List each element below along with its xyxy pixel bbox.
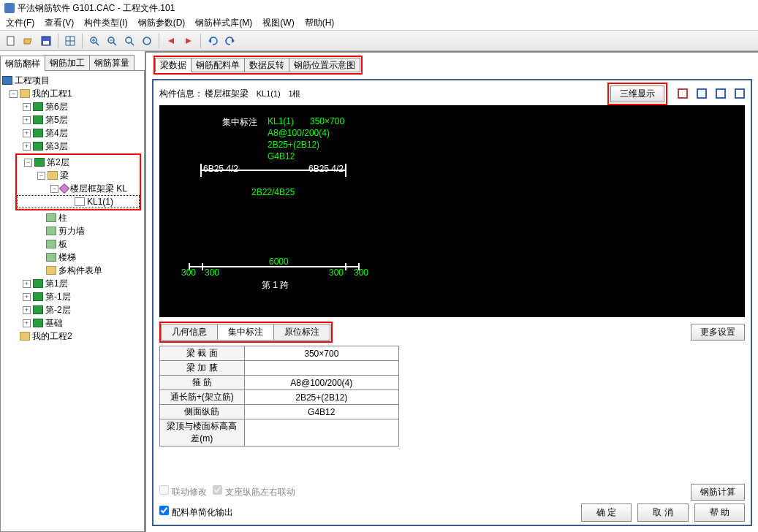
rebar-calc-button[interactable]: 钢筋计算 <box>691 484 745 501</box>
redo-icon[interactable] <box>222 33 238 49</box>
table-row: 箍 筋A8@100/200(4) <box>160 376 399 390</box>
save-icon[interactable] <box>38 33 54 49</box>
menu-file[interactable]: 文件(F) <box>6 17 34 29</box>
ok-button[interactable]: 确 定 <box>581 503 632 522</box>
toolbar <box>0 31 758 51</box>
tab-rebar-list[interactable]: 钢筋配料单 <box>191 58 245 72</box>
tree-project2[interactable]: 我的工程2 <box>2 330 143 343</box>
tree-foundation[interactable]: +基础 <box>2 316 143 330</box>
label-bottom-rebar: 2B22/4B25 <box>251 187 295 197</box>
svg-rect-2 <box>43 41 49 45</box>
chk-simple-output[interactable]: 配料单简化输出 <box>159 506 233 519</box>
table-row: 梁 截 面350×700 <box>160 346 399 361</box>
arrow-left-icon[interactable] <box>163 33 179 49</box>
label-span-name: 第 1 跨 <box>262 279 289 292</box>
table-row: 梁 加 腋 <box>160 361 399 376</box>
3d-view-button[interactable]: 三维显示 <box>610 86 664 102</box>
window-title: 平法钢筋软件 G101.CAC - 工程文件.101 <box>18 2 175 15</box>
more-settings-button[interactable]: 更多设置 <box>691 324 745 341</box>
tree-floor4[interactable]: +第4层 <box>2 126 143 140</box>
menu-rebar-styles[interactable]: 钢筋样式库(M) <box>195 17 252 29</box>
menu-rebar-params[interactable]: 钢筋参数(D) <box>138 17 186 29</box>
menu-viewport[interactable]: 视图(W) <box>262 17 294 29</box>
left-panel: 钢筋翻样 钢筋加工 钢筋算量 工程项目 −我的工程1 +第6层 +第5层 +第4… <box>0 51 146 532</box>
arrow-right-icon[interactable] <box>181 33 197 49</box>
tab-data-reverse[interactable]: 数据反转 <box>244 58 289 72</box>
zoom-region-icon[interactable] <box>121 33 137 49</box>
3d-button-highlight: 三维显示 <box>607 83 667 105</box>
tab-geometry[interactable]: 几何信息 <box>161 324 218 341</box>
tree-floor6[interactable]: +第6层 <box>2 100 143 113</box>
tree-floor5[interactable]: +第5层 <box>2 113 143 126</box>
menu-view[interactable]: 查看(V) <box>45 17 74 29</box>
marker-red-icon[interactable] <box>678 88 688 99</box>
tree-root[interactable]: 工程项目 <box>2 74 143 87</box>
svg-rect-0 <box>7 37 14 45</box>
tree-column[interactable]: 柱 <box>2 211 143 224</box>
tab-rebar-processing[interactable]: 钢筋加工 <box>45 55 90 70</box>
marker-blue2-icon[interactable] <box>716 88 726 99</box>
tree-floor-2[interactable]: +第-2层 <box>2 303 143 316</box>
table-row: 通长筋+(架立筋)2B25+(2B12) <box>160 390 399 405</box>
left-tabs: 钢筋翻样 钢筋加工 钢筋算量 <box>0 55 145 71</box>
label-size: 350×700 <box>310 116 344 126</box>
property-table: 梁 截 面350×700 梁 加 腋 箍 筋A8@100/200(4) 通长筋+… <box>159 346 399 446</box>
label-jzbz: 集中标注 <box>222 116 257 129</box>
right-panel: 梁数据 钢筋配料单 数据反转 钢筋位置示意图 构件信息： 楼层框架梁 KL1(1… <box>146 51 758 532</box>
tree-floor3[interactable]: +第3层 <box>2 140 143 153</box>
table-row: 梁顶与楼面标高高差(m) <box>160 419 399 446</box>
svg-point-15 <box>143 37 151 45</box>
svg-line-7 <box>96 42 99 45</box>
tree-beam-kl1[interactable]: KL1(1) <box>17 195 140 208</box>
label-span-length: 6000 <box>269 256 289 267</box>
project-tree[interactable]: 工程项目 −我的工程1 +第6层 +第5层 +第4层 +第3层 −第2层 −梁 … <box>0 70 145 532</box>
cancel-button[interactable]: 取 消 <box>637 503 688 522</box>
drawing-canvas[interactable]: 集中标注 KL1(1) 350×700 A8@100/200(4) 2B25+(… <box>159 105 745 317</box>
title-bar: 平法钢筋软件 G101.CAC - 工程文件.101 <box>0 0 758 16</box>
tab-rebar-diagram[interactable]: 钢筋位置示意图 <box>289 58 360 72</box>
menu-help[interactable]: 帮助(H) <box>305 17 335 29</box>
tree-beam-type[interactable]: −楼层框架梁 KL <box>17 182 140 195</box>
help-button[interactable]: 帮 助 <box>694 503 745 522</box>
tree-multi-form[interactable]: 多构件表单 <box>2 264 143 277</box>
tab-rebar-quantity[interactable]: 钢筋算量 <box>89 55 134 70</box>
new-icon[interactable] <box>3 33 19 49</box>
app-icon <box>4 3 15 13</box>
tree-stair[interactable]: 楼梯 <box>2 251 143 264</box>
tree-floor-1[interactable]: +第-1层 <box>2 290 143 303</box>
svg-line-11 <box>113 42 116 45</box>
data-tabs-highlight: 梁数据 钢筋配料单 数据反转 钢筋位置示意图 <box>154 56 363 75</box>
tab-rebar-detailing[interactable]: 钢筋翻样 <box>0 56 45 71</box>
tab-inplace-annotation[interactable]: 原位标注 <box>273 324 330 341</box>
label-beam-code: KL1(1) <box>268 116 294 126</box>
tree-beam-category[interactable]: −梁 <box>17 169 140 182</box>
menu-component[interactable]: 构件类型(I) <box>84 17 127 29</box>
marker-blue-icon[interactable] <box>697 88 707 99</box>
tree-floor1[interactable]: +第1层 <box>2 277 143 290</box>
dim-300b: 300 <box>205 267 219 278</box>
zoom-in-icon[interactable] <box>86 33 102 49</box>
chk-link-edit: 联动修改 <box>159 485 207 498</box>
label-right-support: 6B25 4/2 <box>308 164 344 174</box>
tree-project1[interactable]: −我的工程1 <box>2 87 143 100</box>
content-box: 构件信息： 楼层框架梁 KL1(1) 1根 三维显示 <box>152 79 752 526</box>
label-stirrup: A8@100/200(4) <box>268 128 330 138</box>
tab-concentrated-annotation[interactable]: 集中标注 <box>217 324 274 341</box>
tree-slab[interactable]: 板 <box>2 238 143 251</box>
tab-beam-data[interactable]: 梁数据 <box>155 58 192 72</box>
menu-bar: 文件(F) 查看(V) 构件类型(I) 钢筋参数(D) 钢筋样式库(M) 视图(… <box>0 16 758 31</box>
svg-line-14 <box>131 42 134 45</box>
open-icon[interactable] <box>20 33 37 49</box>
svg-point-13 <box>126 37 132 43</box>
label-toprebar: 2B25+(2B12) <box>268 140 319 150</box>
grid-icon[interactable] <box>62 33 78 49</box>
undo-icon[interactable] <box>205 33 221 49</box>
table-row: 侧面纵筋G4B12 <box>160 405 399 419</box>
label-left-support: 6B25 4/2 <box>203 164 238 174</box>
tree-shearwall[interactable]: 剪力墙 <box>2 224 143 238</box>
zoom-out-icon[interactable] <box>104 33 120 49</box>
zoom-fit-icon[interactable] <box>139 33 155 49</box>
tree-floor2[interactable]: −第2层 <box>17 156 140 169</box>
marker-blue3-icon[interactable] <box>735 88 745 99</box>
mid-tabs-highlight: 几何信息 集中标注 原位标注 <box>159 322 333 343</box>
